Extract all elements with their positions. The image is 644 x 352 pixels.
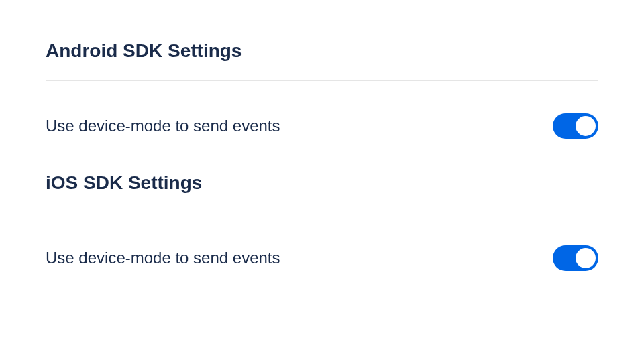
toggle-knob <box>576 248 596 268</box>
android-device-mode-label: Use device-mode to send events <box>46 117 280 135</box>
ios-section-title: iOS SDK Settings <box>46 172 598 194</box>
android-sdk-section: Android SDK Settings Use device-mode to … <box>46 40 598 139</box>
divider <box>46 80 598 81</box>
android-section-title: Android SDK Settings <box>46 40 598 62</box>
ios-device-mode-label: Use device-mode to send events <box>46 249 280 268</box>
ios-device-mode-toggle[interactable] <box>553 245 598 271</box>
android-setting-row: Use device-mode to send events <box>46 113 598 139</box>
android-device-mode-toggle[interactable] <box>553 113 598 139</box>
ios-sdk-section: iOS SDK Settings Use device-mode to send… <box>46 172 598 271</box>
toggle-knob <box>576 116 596 136</box>
ios-setting-row: Use device-mode to send events <box>46 245 598 271</box>
divider <box>46 213 598 213</box>
